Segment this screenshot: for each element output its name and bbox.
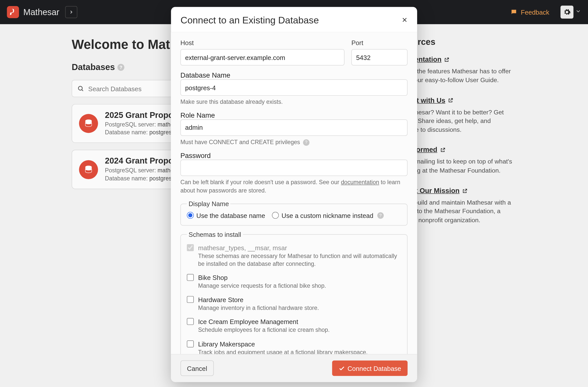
schema-item: Bike Shop Manage service requests for a … bbox=[187, 274, 401, 290]
schema-checkbox bbox=[187, 244, 194, 251]
schema-checkbox[interactable] bbox=[187, 318, 194, 325]
app-logo[interactable] bbox=[7, 6, 19, 18]
port-input[interactable] bbox=[352, 49, 408, 66]
password-hint-1: Can be left blank if your role doesn't u… bbox=[180, 179, 341, 186]
role-label: Role Name bbox=[180, 112, 215, 119]
dbname-input[interactable] bbox=[180, 79, 408, 96]
schema-label: Library Makerspace bbox=[198, 340, 401, 348]
feedback-link[interactable]: Feedback bbox=[510, 8, 549, 16]
close-button[interactable] bbox=[401, 16, 408, 25]
password-label: Password bbox=[180, 152, 211, 159]
database-icon bbox=[79, 114, 98, 133]
help-icon[interactable]: ? bbox=[377, 212, 384, 219]
settings-button[interactable] bbox=[561, 6, 573, 18]
breadcrumb-toggle[interactable] bbox=[65, 6, 77, 18]
search-icon bbox=[77, 85, 84, 92]
role-hint: Must have CONNECT and CREATE privileges bbox=[180, 139, 300, 145]
schema-item: Ice Cream Employee Management Schedule e… bbox=[187, 318, 401, 334]
schema-label: Bike Shop bbox=[198, 274, 401, 281]
role-input[interactable] bbox=[180, 119, 408, 136]
connect-database-modal: Connect to an Existing Database Host Por… bbox=[171, 7, 417, 382]
svg-line-1 bbox=[82, 90, 83, 91]
displayname-option-dbname[interactable]: Use the database name bbox=[187, 212, 265, 219]
schemas-group: Schemas to install mathesar_types, __msa… bbox=[180, 231, 408, 354]
schema-desc: Track jobs and equipment usage at a fict… bbox=[198, 349, 401, 354]
schema-checkbox[interactable] bbox=[187, 274, 194, 281]
help-icon[interactable]: ? bbox=[303, 139, 310, 146]
host-input[interactable] bbox=[180, 49, 345, 66]
schema-desc: Manage service requests for a fictional … bbox=[198, 282, 401, 290]
schema-label: Ice Cream Employee Management bbox=[198, 318, 401, 326]
cancel-button[interactable]: Cancel bbox=[180, 361, 213, 376]
displayname-legend: Display Name bbox=[187, 200, 231, 207]
display-name-group: Display Name Use the database name Use a… bbox=[180, 200, 408, 225]
svg-point-0 bbox=[78, 86, 82, 90]
settings-menu-toggle[interactable] bbox=[575, 8, 581, 16]
schema-item: Hardware Store Manage inventory in a fic… bbox=[187, 296, 401, 312]
connect-database-button[interactable]: Connect Database bbox=[332, 361, 408, 376]
external-link-icon bbox=[440, 147, 445, 153]
external-link-icon bbox=[444, 57, 450, 62]
schema-checkbox[interactable] bbox=[187, 340, 194, 347]
chevron-down-icon bbox=[575, 8, 581, 14]
help-icon[interactable]: ? bbox=[117, 64, 124, 71]
schema-desc: Manage inventory in a fictional hardware… bbox=[198, 304, 401, 312]
schemas-legend: Schemas to install bbox=[187, 231, 243, 238]
password-input[interactable] bbox=[180, 160, 408, 176]
feedback-icon bbox=[510, 9, 517, 15]
schema-item: Library Makerspace Track jobs and equipm… bbox=[187, 340, 401, 354]
modal-title: Connect to an Existing Database bbox=[180, 15, 319, 26]
displayname-option-nickname[interactable]: Use a custom nickname instead ? bbox=[272, 212, 384, 219]
schema-checkbox[interactable] bbox=[187, 296, 194, 303]
schema-label: Hardware Store bbox=[198, 296, 401, 304]
documentation-link[interactable]: documentation bbox=[341, 179, 379, 186]
schema-desc: These schemas are necessary for Mathesar… bbox=[198, 252, 401, 268]
database-icon bbox=[79, 160, 98, 179]
schema-label: mathesar_types, __msar, msar bbox=[198, 244, 401, 251]
dbname-hint: Make sure this database already exists. bbox=[180, 99, 408, 107]
port-label: Port bbox=[352, 39, 408, 47]
external-link-icon bbox=[448, 98, 453, 103]
gear-icon bbox=[563, 8, 571, 16]
dbname-label: Database Name bbox=[180, 72, 230, 79]
schema-item: mathesar_types, __msar, msar These schem… bbox=[187, 244, 401, 268]
schema-desc: Schedule employees for a fictional ice c… bbox=[198, 327, 401, 334]
check-icon bbox=[338, 365, 345, 372]
close-icon bbox=[401, 17, 408, 23]
brand-name[interactable]: Mathesar bbox=[23, 7, 59, 17]
external-link-icon bbox=[462, 188, 468, 194]
databases-heading: Databases bbox=[72, 62, 115, 72]
host-label: Host bbox=[180, 39, 345, 47]
